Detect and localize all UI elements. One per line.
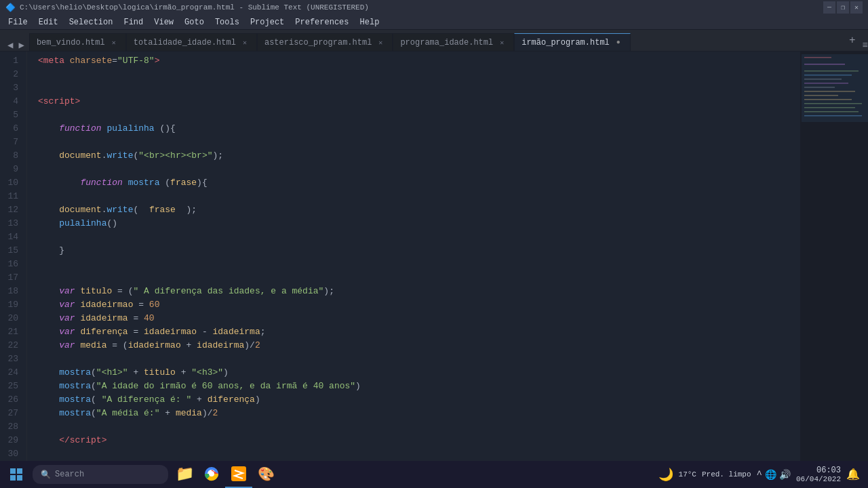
taskbar-search-text: Search [55, 470, 84, 479]
tab-irmao-close[interactable]: ● [614, 38, 623, 47]
menu-find[interactable]: Find [118, 16, 149, 28]
clock[interactable]: 06:03 06/04/2022 [796, 466, 841, 483]
title-bar: 🔷 C:\Users\helio\Desktop\logica\irmão_pr… [0, 0, 868, 15]
taskbar-sublime-app[interactable] [225, 461, 252, 488]
minimap-content [800, 52, 868, 473]
taskbar-start-button[interactable] [3, 461, 30, 488]
menu-file[interactable]: File [3, 16, 33, 28]
line-num-10: 10 [0, 176, 18, 190]
taskbar-weather-text: Pred. limpo [702, 470, 751, 479]
menu-edit[interactable]: Edit [33, 16, 64, 28]
tab-totalidade[interactable]: totalidade_idade.html ✕ [126, 33, 257, 51]
line-num-13: 13 [0, 217, 18, 230]
code-line-8: document.write("<br><hr><br>"); [38, 149, 800, 163]
line-num-28: 28 [0, 420, 18, 434]
taskbar-search-icon: 🔍 [41, 470, 51, 480]
tab-options-button[interactable]: ≡ [863, 40, 868, 51]
code-line-29: </script> [38, 434, 800, 447]
code-line-14 [38, 230, 800, 244]
title-bar-controls[interactable]: ─ ❐ ✕ [823, 1, 863, 14]
editor: 1 2 3 4 5 6 7 8 9 10 11 12 13 14 15 16 1… [0, 52, 868, 473]
line-num-4: 4 [0, 95, 18, 108]
taskbar-chrome-app[interactable] [198, 461, 225, 488]
line-num-19: 19 [0, 298, 18, 312]
code-line-19: var idadeirmao = 60 [38, 298, 800, 312]
line-num-5: 5 [0, 108, 18, 122]
code-line-24: mostra("<h1>" + titulo + "<h3>") [38, 366, 800, 380]
line-num-6: 6 [0, 122, 18, 136]
tab-bem-vindo-label: bem_vindo.html [37, 38, 105, 47]
tray-notification-icon[interactable]: 🔔 [846, 468, 860, 481]
tab-totalidade-close[interactable]: ✕ [240, 38, 250, 47]
line-num-12: 12 [0, 203, 18, 217]
code-line-12: document.write( frase ); [38, 203, 800, 217]
title-bar-left: 🔷 C:\Users\helio\Desktop\logica\irmão_pr… [5, 3, 369, 13]
menu-help[interactable]: Help [355, 16, 385, 28]
line-num-20: 20 [0, 312, 18, 325]
line-num-2: 2 [0, 68, 18, 81]
code-line-9 [38, 163, 800, 176]
line-num-27: 27 [0, 407, 18, 420]
tab-next-button[interactable]: ▶ [16, 39, 26, 51]
tab-add-button[interactable]: + [846, 35, 859, 47]
tab-prev-button[interactable]: ◀ [5, 39, 15, 51]
code-line-7 [38, 136, 800, 149]
tray-network-icon[interactable]: 🌐 [765, 469, 776, 481]
taskbar-temp: 17°C [679, 470, 696, 479]
tab-asterisco-label: asterisco_program.html [264, 38, 372, 47]
tab-asterisco-close[interactable]: ✕ [376, 38, 385, 47]
line-num-16: 16 [0, 258, 18, 271]
line-num-9: 9 [0, 163, 18, 176]
line-num-1: 1 [0, 54, 18, 68]
code-line-22: var media = (idadeirmao + idadeirma)/2 [38, 339, 800, 352]
minimize-button[interactable]: ─ [823, 1, 835, 14]
tab-irmao-label: irmão_program.html [521, 38, 610, 47]
svg-rect-17 [10, 475, 16, 481]
taskbar-paint-app[interactable]: 🎨 [252, 461, 279, 488]
code-line-27: mostra("A média é:" + media)/2 [38, 407, 800, 420]
tray-icons: ^ 🌐 🔊 [757, 469, 791, 481]
code-line-28 [38, 420, 800, 434]
menu-preferences[interactable]: Preferences [290, 16, 354, 28]
line-num-8: 8 [0, 149, 18, 163]
code-area[interactable]: <meta charsete="UTF-8"> <script> functio… [27, 52, 800, 473]
code-line-23 [38, 352, 800, 366]
code-line-10: function mostra (frase){ [38, 176, 800, 190]
taskbar-search-bar[interactable]: 🔍 Search [33, 465, 168, 484]
tab-bem-vindo-close[interactable]: ✕ [109, 38, 119, 47]
menu-goto[interactable]: Goto [179, 16, 210, 28]
tab-nav: ◀ ▶ [3, 39, 29, 51]
code-line-6: function pulalinha (){ [38, 122, 800, 136]
tab-programa[interactable]: programa_idade.html ✕ [393, 33, 514, 51]
clock-time: 06:03 [796, 466, 841, 475]
tray-volume-icon[interactable]: 🔊 [779, 469, 791, 481]
line-numbers: 1 2 3 4 5 6 7 8 9 10 11 12 13 14 15 16 1… [0, 52, 27, 473]
line-num-24: 24 [0, 366, 18, 380]
tab-irmao[interactable]: irmão_program.html ● [514, 33, 631, 51]
line-num-14: 14 [0, 230, 18, 244]
menu-selection[interactable]: Selection [64, 16, 119, 28]
code-line-15: } [38, 244, 800, 258]
menu-view[interactable]: View [149, 16, 179, 28]
code-line-11 [38, 190, 800, 203]
menu-bar: File Edit Selection Find View Goto Tools… [0, 15, 868, 30]
code-line-18: var titulo = (" A diferença das idades, … [38, 285, 800, 298]
taskbar-files-app[interactable]: 📁 [171, 461, 198, 488]
tray-arrow-icon[interactable]: ^ [757, 469, 762, 480]
tab-programa-close[interactable]: ✕ [497, 38, 507, 47]
menu-project[interactable]: Project [245, 16, 290, 28]
line-num-22: 22 [0, 339, 18, 352]
svg-point-21 [209, 471, 214, 476]
line-num-3: 3 [0, 81, 18, 95]
tab-bem-vindo[interactable]: bem_vindo.html ✕ [29, 33, 126, 51]
code-line-2 [38, 68, 800, 81]
maximize-button[interactable]: ❐ [837, 1, 849, 14]
taskbar-right: 🌙 17°C Pred. limpo ^ 🌐 🔊 06:03 06/04/202… [658, 466, 865, 483]
code-line-4: <script> [38, 95, 800, 108]
code-line-1: <meta charsete="UTF-8"> [38, 54, 800, 68]
menu-tools[interactable]: Tools [210, 16, 245, 28]
tab-asterisco[interactable]: asterisco_program.html ✕ [257, 33, 393, 51]
line-num-29: 29 [0, 434, 18, 447]
close-button[interactable]: ✕ [850, 1, 863, 14]
code-line-16 [38, 258, 800, 271]
